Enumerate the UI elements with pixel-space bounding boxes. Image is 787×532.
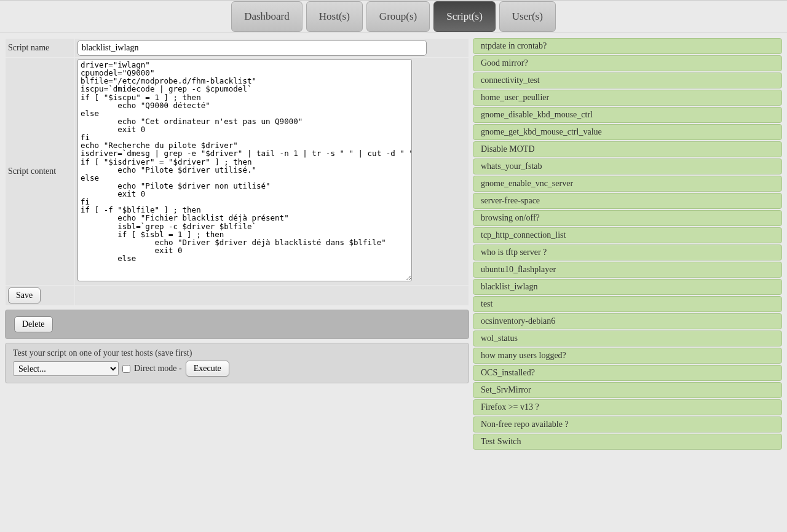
script-item[interactable]: Disable MOTD <box>473 141 782 157</box>
direct-mode-label: Direct mode - <box>134 364 182 374</box>
direct-mode-checkbox[interactable] <box>122 365 130 373</box>
script-content-label: Script content <box>6 58 74 285</box>
main-content: Script name Script content Save Delete <box>0 33 787 455</box>
script-item[interactable]: whats_your_fstab <box>473 158 782 174</box>
script-item[interactable]: Test Switch <box>473 434 782 450</box>
script-item[interactable]: ntpdate in crontab? <box>473 38 782 54</box>
script-item[interactable]: tcp_http_connection_list <box>473 227 782 243</box>
script-list: ntpdate in crontab?Good mirror?connectiv… <box>473 38 782 450</box>
script-item[interactable]: wol_status <box>473 331 782 346</box>
delete-button[interactable]: Delete <box>14 316 53 332</box>
script-name-input[interactable] <box>77 40 427 56</box>
script-item[interactable]: home_user_peullier <box>473 90 782 106</box>
script-item[interactable]: ocsinventory-debian6 <box>473 313 782 329</box>
tab-bar: DashboardHost(s)Group(s)Script(s)User(s) <box>0 1 787 33</box>
script-list-panel: ntpdate in crontab?Good mirror?connectiv… <box>473 38 782 450</box>
script-item[interactable]: Good mirror? <box>473 55 782 71</box>
script-item[interactable]: test <box>473 296 782 312</box>
script-item[interactable]: connectivity_test <box>473 72 782 88</box>
script-item[interactable]: Set_SrvMirror <box>473 382 782 398</box>
save-button[interactable]: Save <box>8 288 41 303</box>
script-item[interactable]: Firefox >= v13 ? <box>473 399 782 415</box>
script-item[interactable]: gnome_enable_vnc_server <box>473 176 782 192</box>
tab-scripts[interactable]: Script(s) <box>433 1 496 32</box>
execute-button[interactable]: Execute <box>186 361 229 377</box>
script-item[interactable]: gnome_get_kbd_mouse_ctrl_value <box>473 124 782 140</box>
script-item[interactable]: browsing on/off? <box>473 210 782 226</box>
tab-hosts[interactable]: Host(s) <box>306 1 363 32</box>
tab-users[interactable]: User(s) <box>499 1 556 32</box>
script-item[interactable]: ubuntu10_flashplayer <box>473 262 782 278</box>
script-item[interactable]: gnome_disable_kbd_mouse_ctrl <box>473 107 782 123</box>
editor-panel: Script name Script content Save Delete <box>5 38 469 450</box>
script-item[interactable]: Non-free repo available ? <box>473 417 782 432</box>
script-name-label: Script name <box>6 39 74 57</box>
script-item[interactable]: who is tftp server ? <box>473 244 782 260</box>
tab-dashboard[interactable]: Dashboard <box>231 1 303 32</box>
test-panel: Test your script on one of your test hos… <box>5 343 469 383</box>
delete-panel: Delete <box>5 310 469 339</box>
host-select[interactable]: Select... <box>13 361 119 376</box>
script-item[interactable]: OCS_installed? <box>473 365 782 381</box>
script-item[interactable]: server-free-space <box>473 193 782 209</box>
script-form: Script name Script content Save <box>5 38 469 306</box>
script-content-textarea[interactable] <box>77 59 412 281</box>
tab-groups[interactable]: Group(s) <box>366 1 430 32</box>
script-item[interactable]: blacklist_iwlagn <box>473 279 782 295</box>
test-label: Test your script on one of your test hos… <box>13 348 461 358</box>
script-item[interactable]: how many users logged? <box>473 348 782 364</box>
